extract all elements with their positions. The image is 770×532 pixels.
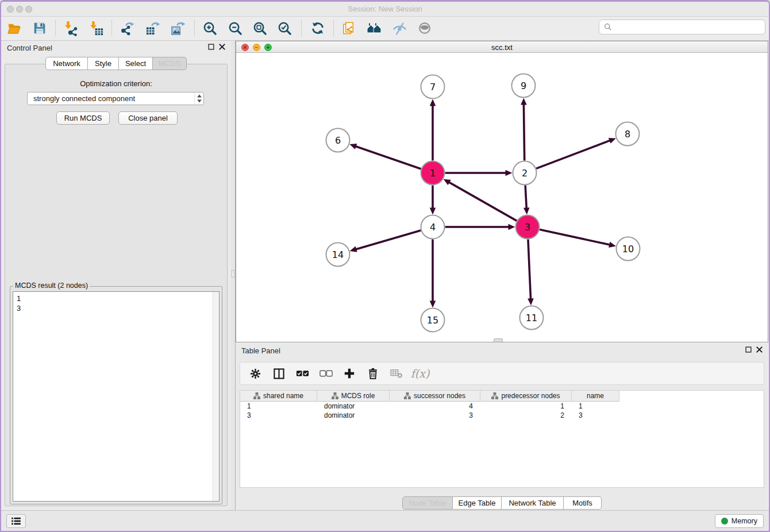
- graph-edge-1-4[interactable]: [430, 186, 436, 215]
- select-all-columns-button[interactable]: [295, 367, 309, 380]
- save-session-button[interactable]: [31, 19, 48, 37]
- float-panel-icon[interactable]: [745, 346, 752, 353]
- network-resize-handle[interactable]: [494, 338, 503, 342]
- table-cell[interactable]: 1: [572, 402, 619, 411]
- graph-edge-2-8[interactable]: [536, 138, 616, 168]
- column-header-shared-name[interactable]: shared name: [240, 391, 317, 402]
- memory-button[interactable]: Memory: [715, 514, 764, 528]
- graph-node-8[interactable]: 8: [616, 122, 640, 146]
- search-input[interactable]: [615, 22, 760, 32]
- import-network-button[interactable]: [62, 19, 79, 37]
- zoom-out-button[interactable]: [226, 19, 244, 37]
- zoom-selected-button[interactable]: [276, 19, 293, 37]
- close-panel-button[interactable]: Close panel: [118, 111, 178, 125]
- import-table-button[interactable]: [87, 19, 105, 37]
- column-header-successor-nodes[interactable]: successor nodes: [390, 391, 480, 402]
- column-header-MCDS-role[interactable]: MCDS role: [317, 391, 390, 402]
- zoom-fit-button[interactable]: [251, 19, 268, 37]
- graph-edge-4-3[interactable]: [445, 224, 515, 230]
- zoom-in-button[interactable]: [201, 19, 218, 37]
- tab-network[interactable]: Network: [45, 57, 88, 70]
- tab-network-table[interactable]: Network Table: [502, 496, 564, 510]
- graph-node-15[interactable]: 15: [421, 309, 445, 332]
- graph-node-14[interactable]: 14: [326, 243, 350, 267]
- tab-node-table[interactable]: Node Table: [402, 496, 453, 510]
- tab-motifs[interactable]: Motifs: [564, 496, 602, 510]
- show-column-browser-button[interactable]: [272, 367, 286, 380]
- splitter-grip[interactable]: [232, 270, 234, 277]
- graph-edge-4-15[interactable]: [430, 240, 436, 308]
- run-mcds-button[interactable]: Run MCDS: [56, 111, 110, 125]
- graph-edge-1-2[interactable]: [445, 170, 513, 176]
- import-table-icon: [88, 21, 104, 36]
- table-cell[interactable]: 3: [390, 411, 480, 420]
- unchecked-boxes-icon: [319, 369, 333, 377]
- show-all-button[interactable]: [416, 19, 433, 37]
- table-cell[interactable]: 1: [480, 402, 572, 411]
- control-panel: Control Panel Optimization criterion: st…: [1, 41, 231, 513]
- app-window: Session: New Session: [0, 0, 770, 532]
- tab-edge-table[interactable]: Edge Table: [453, 496, 502, 510]
- first-neighbors-button[interactable]: [365, 19, 383, 37]
- graph-edge-4-14[interactable]: [350, 230, 421, 252]
- table-cell[interactable]: 2: [480, 411, 572, 420]
- export-network-button[interactable]: [118, 19, 136, 37]
- import-network-icon: [63, 21, 79, 36]
- clone-network-button[interactable]: [340, 19, 357, 37]
- tab-mcds[interactable]: MCDS: [153, 57, 187, 70]
- vertical-splitter[interactable]: [231, 41, 236, 513]
- export-table-button[interactable]: [144, 19, 161, 37]
- mcds-result-title: MCDS result (2 nodes): [13, 282, 90, 290]
- hide-selected-button[interactable]: [391, 19, 408, 37]
- graph-node-2[interactable]: 2: [513, 161, 537, 185]
- tab-style[interactable]: Style: [88, 57, 119, 70]
- graph-edge-3-10[interactable]: [540, 230, 616, 248]
- graph-edge-2-9[interactable]: [521, 98, 527, 160]
- plus-icon: [344, 368, 355, 379]
- table-cell[interactable]: 3: [240, 411, 317, 420]
- table-settings-button[interactable]: [248, 367, 262, 380]
- mcds-result-text[interactable]: 1 3: [13, 292, 212, 501]
- graph-node-1[interactable]: 1: [421, 161, 445, 185]
- graph-node-label: 9: [521, 80, 526, 91]
- column-header-name[interactable]: name: [572, 391, 619, 402]
- export-image-icon: [170, 21, 186, 36]
- tab-select[interactable]: Select: [119, 57, 153, 70]
- graph-node-7[interactable]: 7: [421, 75, 445, 99]
- unselect-all-columns-button[interactable]: [319, 367, 333, 380]
- graph-node-3[interactable]: 3: [516, 215, 540, 239]
- graph-node-9[interactable]: 9: [512, 74, 536, 98]
- delete-column-button[interactable]: [366, 367, 380, 380]
- graph-node-4[interactable]: 4: [421, 215, 445, 239]
- create-column-button[interactable]: [342, 367, 356, 380]
- graph-node-label: 3: [525, 222, 530, 233]
- column-type-icon: [332, 392, 338, 399]
- graph-edge-1-7[interactable]: [430, 99, 436, 161]
- graph-edge-2-3[interactable]: [523, 185, 530, 214]
- close-panel-icon[interactable]: [756, 346, 763, 353]
- open-session-button[interactable]: [6, 19, 23, 37]
- graph-edge-1-6[interactable]: [349, 144, 421, 169]
- network-canvas[interactable]: 1234678910111415: [236, 53, 768, 342]
- column-header-predecessor-nodes[interactable]: predecessor nodes: [480, 391, 572, 402]
- graph-edge-3-1[interactable]: [444, 179, 517, 221]
- float-panel-icon[interactable]: [208, 44, 214, 50]
- apply-layout-button[interactable]: [309, 19, 326, 37]
- function-builder-button[interactable]: f(x): [413, 367, 427, 380]
- result-scrollbar-track[interactable]: [213, 292, 219, 501]
- table-cell[interactable]: dominator: [317, 411, 390, 420]
- task-history-button[interactable]: [6, 514, 26, 528]
- delete-table-button[interactable]: [390, 367, 403, 380]
- close-panel-icon[interactable]: [219, 44, 225, 50]
- column-type-icon: [404, 392, 411, 399]
- graph-edge-3-11[interactable]: [528, 239, 534, 305]
- table-cell[interactable]: dominator: [317, 402, 390, 411]
- graph-node-10[interactable]: 10: [617, 237, 640, 261]
- criterion-select[interactable]: strongly connected component: [27, 92, 204, 105]
- table-cell[interactable]: 1: [240, 402, 317, 411]
- graph-node-6[interactable]: 6: [326, 129, 350, 152]
- table-cell[interactable]: 3: [572, 411, 619, 420]
- table-cell[interactable]: 4: [390, 402, 480, 411]
- graph-node-11[interactable]: 11: [520, 306, 544, 330]
- export-image-button[interactable]: [169, 19, 186, 37]
